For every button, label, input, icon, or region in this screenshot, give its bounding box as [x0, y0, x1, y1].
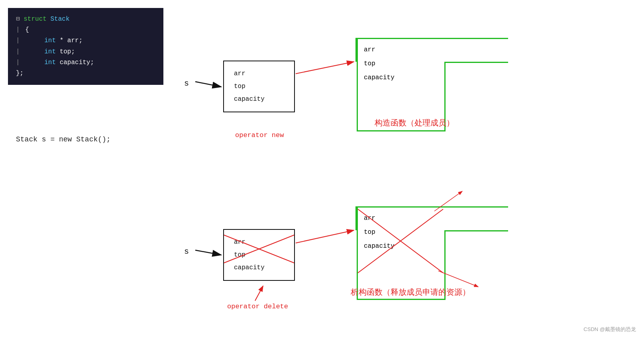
operator-new-label: operator new	[235, 131, 284, 139]
bottom-struct-field-top: top	[234, 249, 284, 261]
bottom-heap-field-capacity: capacity	[364, 239, 438, 253]
svg-line-3	[195, 82, 221, 87]
bottom-struct-field-capacity: capacity	[234, 261, 284, 274]
top-s-label: s	[184, 79, 189, 88]
top-struct-field-top: top	[234, 80, 284, 93]
svg-line-7	[255, 286, 263, 301]
collapse-icon: ⊟	[16, 16, 20, 23]
code-line-3: | int * arr;	[16, 35, 155, 46]
bottom-struct-field-arr: arr	[234, 236, 284, 249]
svg-line-5	[195, 250, 221, 255]
operator-delete-label: operator delete	[227, 303, 288, 310]
bottom-struct-box: arr top capacity	[223, 229, 295, 281]
top-heap-field-capacity: capacity	[364, 71, 438, 85]
bottom-s-label: s	[184, 247, 189, 256]
svg-line-4	[296, 62, 354, 74]
top-heap-field-arr: arr	[364, 43, 438, 57]
top-struct-field-capacity: capacity	[234, 93, 284, 106]
constructor-label: 构造函数（处理成员）	[375, 118, 454, 128]
code-line-1: ⊟ struct Stack	[16, 14, 155, 25]
bottom-heap-field-top: top	[364, 225, 438, 239]
code-line-6: };	[16, 68, 155, 79]
top-struct-field-arr: arr	[234, 67, 284, 80]
svg-line-6	[296, 230, 354, 243]
code-block: ⊟ struct Stack | { | int * arr; | int to…	[8, 8, 163, 85]
stack-instantiation-line: Stack s = new Stack();	[16, 135, 111, 143]
destructor-label: 析构函数（释放成员申请的资源）	[351, 287, 470, 298]
code-line-5: | int capacity;	[16, 57, 155, 68]
watermark: CSDN @戴墨镜的恐龙	[583, 326, 636, 333]
bottom-heap-field-arr: arr	[364, 212, 438, 225]
code-line-2: | {	[16, 25, 155, 35]
code-line-4: | int top;	[16, 47, 155, 57]
top-struct-box: arr top capacity	[223, 61, 295, 112]
top-heap-field-top: top	[364, 57, 438, 71]
